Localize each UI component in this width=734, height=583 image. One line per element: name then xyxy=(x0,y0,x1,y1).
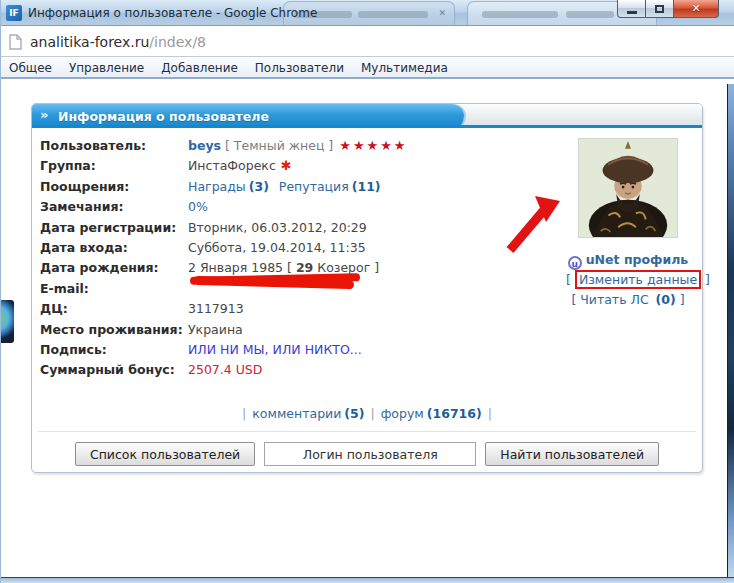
field-label: Группа: xyxy=(40,158,188,174)
field-login-date: Дата входа: Суббота, 19.04.2014, 11:35 xyxy=(40,240,540,256)
window-controls: ✕ xyxy=(617,0,719,18)
panel-header: » Информация о пользователе xyxy=(32,104,702,128)
read-pm-link[interactable]: Читать ЛС xyxy=(576,292,652,307)
group-badge-icon: ✱ xyxy=(281,158,292,173)
reputation-link[interactable]: Репутация xyxy=(279,179,349,194)
field-label: Замечания: xyxy=(40,199,188,215)
comments-link[interactable]: комментарии xyxy=(252,406,341,421)
field-label: Суммарный бонус: xyxy=(40,362,188,378)
window-bottom-border xyxy=(1,577,734,583)
panel-divider xyxy=(38,431,696,432)
field-label: Дата входа: xyxy=(40,240,188,256)
panel-title: Информация о пользователе xyxy=(58,109,269,124)
field-signature: Подпись: ИЛИ НИ МЫ, ИЛИ НИКТО... xyxy=(40,342,540,358)
menu-item-adding[interactable]: Добавление xyxy=(161,61,238,75)
edit-data-link[interactable]: Изменить данные xyxy=(579,272,697,287)
dc-value: 3117913 xyxy=(188,301,244,317)
annotation-red-box: Изменить данные xyxy=(575,270,701,289)
close-icon: ✕ xyxy=(691,2,700,15)
page-document-icon xyxy=(9,34,22,50)
user-avatar xyxy=(578,138,678,238)
group-value: ИнстаФорекс xyxy=(188,158,276,173)
pm-count: (0) xyxy=(656,292,676,307)
chrome-window: ✕ IF Информация о пользователе - Google … xyxy=(0,0,734,583)
field-location: Место проживания: Украина xyxy=(40,322,540,338)
field-label: Пользователь: xyxy=(40,138,188,154)
pipe-separator: | xyxy=(242,406,246,421)
bracket-close: ] xyxy=(680,292,685,307)
page-content: » Информация о пользователе Пользователь… xyxy=(1,81,734,577)
field-label: Поощрения: xyxy=(40,179,188,195)
background-window-edge xyxy=(727,84,734,577)
bonus-value: 2507.4 USD xyxy=(188,362,262,378)
actions-row: Список пользователей Найти пользователей xyxy=(32,442,702,466)
unet-profile-line: uuNet профиль xyxy=(566,250,690,270)
url-omnibox[interactable]: analitika-forex.ru/index/8 xyxy=(1,27,734,56)
location-value: Украина xyxy=(188,322,243,338)
address-bar: analitika-forex.ru/index/8 xyxy=(1,27,734,57)
field-username: Пользователь: beys[ Темный жнец ]★★★★★ xyxy=(40,138,540,154)
tab-close-icon[interactable]: ✕ xyxy=(438,8,446,18)
field-label: Подпись: xyxy=(40,342,188,358)
unet-icon: u xyxy=(568,256,582,270)
user-alias: [ Темный жнец ] xyxy=(225,138,333,153)
signature-value: ИЛИ НИ МЫ, ИЛИ НИКТО... xyxy=(188,342,362,358)
blurred-tab-text xyxy=(566,11,614,18)
field-label: Дата рождения: xyxy=(40,260,188,276)
birth-date-pre: 2 Января 1985 [ xyxy=(188,260,296,275)
url-text: analitika-forex.ru/index/8 xyxy=(30,34,206,50)
comments-count: (5) xyxy=(344,406,364,421)
forum-link[interactable]: форум xyxy=(381,406,424,421)
remarks-link[interactable]: 0% xyxy=(188,199,208,214)
menu-item-general[interactable]: Общее xyxy=(9,61,52,75)
annotation-red-arrow xyxy=(504,194,560,254)
age-value: 29 xyxy=(296,260,313,275)
profile-side-column: uuNet профиль [ Изменить данные ] [ Чита… xyxy=(566,138,690,310)
window-title: Информация о пользователе - Google Chrom… xyxy=(28,6,317,20)
field-label: Место проживания: xyxy=(40,322,188,338)
field-group: Группа: ИнстаФорекс✱ xyxy=(40,158,540,174)
background-globe-icon xyxy=(1,300,14,343)
unet-profile-link[interactable]: uNet профиль xyxy=(586,252,689,267)
maximize-icon xyxy=(655,5,664,13)
field-label: E-mail: xyxy=(40,281,188,297)
pipe-separator: | xyxy=(488,406,492,421)
find-users-button[interactable]: Найти пользователей xyxy=(485,442,659,466)
registration-date-value: Вторник, 06.03.2012, 20:29 xyxy=(188,220,367,236)
field-label: ДЦ: xyxy=(40,301,188,317)
field-dc: ДЦ: 3117913 xyxy=(40,301,540,317)
bracket-open: [ xyxy=(566,272,571,287)
url-path: /index/8 xyxy=(149,34,206,50)
menu-item-management[interactable]: Управление xyxy=(69,61,144,75)
user-list-button[interactable]: Список пользователей xyxy=(75,442,255,466)
site-favicon: IF xyxy=(6,5,22,21)
awards-count: (3) xyxy=(249,179,269,194)
user-login-input[interactable] xyxy=(264,442,476,466)
login-date-value: Суббота, 19.04.2014, 11:35 xyxy=(188,240,366,256)
title-bar: ✕ IF Информация о пользователе - Google … xyxy=(1,0,734,26)
minimize-button[interactable] xyxy=(617,0,646,18)
minimize-icon xyxy=(627,11,637,14)
menu-item-users[interactable]: Пользователи xyxy=(255,61,344,75)
awards-link[interactable]: Награды xyxy=(188,179,246,194)
forum-count: (16716) xyxy=(427,406,482,421)
rating-stars-icon: ★★★★★ xyxy=(339,138,407,153)
profile-links: uuNet профиль [ Изменить данные ] [ Чита… xyxy=(566,250,690,310)
field-bonus: Суммарный бонус: 2507.4 USD xyxy=(40,362,540,378)
field-registration-date: Дата регистрации: Вторник, 06.03.2012, 2… xyxy=(40,220,540,236)
close-button[interactable]: ✕ xyxy=(674,0,719,18)
field-label: Дата регистрации: xyxy=(40,220,188,236)
menu-item-multimedia[interactable]: Мультимедиа xyxy=(361,61,448,75)
username-link[interactable]: beys xyxy=(188,138,221,153)
pipe-separator: | xyxy=(370,406,374,421)
reputation-count: (11) xyxy=(352,179,381,194)
read-pm-line: [ Читать ЛС (0) ] xyxy=(566,290,690,310)
edit-data-line: [ Изменить данные ] xyxy=(566,270,690,290)
comments-forum-line: |комментарии(5)|форум(16716)| xyxy=(32,406,702,421)
site-menu-bar: Общее Управление Добавление Пользователи… xyxy=(1,58,734,79)
maximize-button[interactable] xyxy=(646,0,674,18)
url-host: analitika-forex.ru xyxy=(30,34,149,50)
field-remarks: Замечания: 0% xyxy=(40,199,540,215)
bracket-close: ] xyxy=(705,272,710,287)
blurred-tab-text xyxy=(482,11,558,18)
